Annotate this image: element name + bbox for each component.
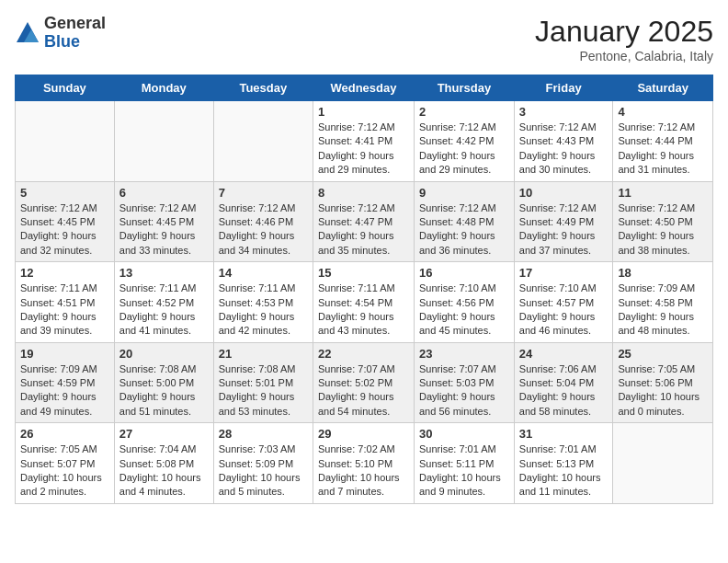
- logo-general: General: [44, 15, 106, 33]
- day-number: 18: [618, 266, 708, 280]
- day-info: Sunrise: 7:12 AM Sunset: 4:47 PM Dayligh…: [318, 201, 409, 259]
- location: Pentone, Calabria, Italy: [535, 49, 713, 63]
- day-info: Sunrise: 7:11 AM Sunset: 4:51 PM Dayligh…: [20, 282, 109, 339]
- day-number: 14: [219, 266, 308, 280]
- day-number: 6: [119, 186, 209, 200]
- day-info: Sunrise: 7:12 AM Sunset: 4:50 PM Dayligh…: [618, 201, 708, 259]
- day-number: 30: [419, 427, 509, 441]
- day-number: 26: [20, 427, 109, 441]
- calendar-cell: 4Sunrise: 7:12 AM Sunset: 4:44 PM Daylig…: [613, 101, 713, 182]
- day-number: 4: [618, 105, 708, 119]
- weekday-header: Wednesday: [313, 75, 414, 101]
- weekday-header: Monday: [114, 75, 213, 101]
- day-number: 24: [519, 347, 609, 361]
- day-info: Sunrise: 7:04 AM Sunset: 5:08 PM Dayligh…: [119, 442, 209, 500]
- day-number: 28: [219, 427, 308, 441]
- day-info: Sunrise: 7:12 AM Sunset: 4:48 PM Dayligh…: [419, 201, 509, 259]
- calendar-cell: 30Sunrise: 7:01 AM Sunset: 5:11 PM Dayli…: [415, 423, 515, 504]
- calendar-cell: 24Sunrise: 7:06 AM Sunset: 5:04 PM Dayli…: [514, 342, 613, 423]
- day-info: Sunrise: 7:09 AM Sunset: 4:59 PM Dayligh…: [20, 362, 109, 419]
- weekday-header: Friday: [514, 75, 613, 101]
- day-info: Sunrise: 7:08 AM Sunset: 5:01 PM Dayligh…: [219, 362, 308, 419]
- day-info: Sunrise: 7:05 AM Sunset: 5:07 PM Dayligh…: [20, 442, 109, 500]
- calendar-week-row: 19Sunrise: 7:09 AM Sunset: 4:59 PM Dayli…: [16, 342, 713, 423]
- calendar-cell: 3Sunrise: 7:12 AM Sunset: 4:43 PM Daylig…: [514, 101, 613, 182]
- day-number: 17: [519, 266, 609, 280]
- calendar-cell: 15Sunrise: 7:11 AM Sunset: 4:54 PM Dayli…: [313, 262, 414, 343]
- calendar-cell: 20Sunrise: 7:08 AM Sunset: 5:00 PM Dayli…: [114, 342, 213, 423]
- day-info: Sunrise: 7:07 AM Sunset: 5:02 PM Dayligh…: [318, 362, 409, 419]
- calendar-cell: 9Sunrise: 7:12 AM Sunset: 4:48 PM Daylig…: [415, 181, 515, 262]
- day-info: Sunrise: 7:02 AM Sunset: 5:10 PM Dayligh…: [318, 442, 409, 500]
- day-number: 2: [419, 105, 509, 119]
- day-info: Sunrise: 7:08 AM Sunset: 5:00 PM Dayligh…: [119, 362, 209, 419]
- day-info: Sunrise: 7:07 AM Sunset: 5:03 PM Dayligh…: [419, 362, 509, 419]
- logo: General Blue: [15, 15, 106, 52]
- calendar-cell: 21Sunrise: 7:08 AM Sunset: 5:01 PM Dayli…: [213, 342, 313, 423]
- day-info: Sunrise: 7:12 AM Sunset: 4:46 PM Dayligh…: [219, 201, 308, 259]
- day-number: 13: [119, 266, 209, 280]
- day-number: 7: [219, 186, 308, 200]
- day-info: Sunrise: 7:03 AM Sunset: 5:09 PM Dayligh…: [219, 442, 308, 500]
- day-info: Sunrise: 7:01 AM Sunset: 5:13 PM Dayligh…: [519, 442, 609, 500]
- day-info: Sunrise: 7:06 AM Sunset: 5:04 PM Dayligh…: [519, 362, 609, 419]
- weekday-header: Saturday: [613, 75, 713, 101]
- day-number: 10: [519, 186, 609, 200]
- day-number: 27: [119, 427, 209, 441]
- day-info: Sunrise: 7:09 AM Sunset: 4:58 PM Dayligh…: [618, 282, 708, 339]
- calendar-cell: [114, 101, 213, 182]
- day-info: Sunrise: 7:12 AM Sunset: 4:49 PM Dayligh…: [519, 201, 609, 259]
- calendar-cell: 12Sunrise: 7:11 AM Sunset: 4:51 PM Dayli…: [16, 262, 115, 343]
- day-info: Sunrise: 7:01 AM Sunset: 5:11 PM Dayligh…: [419, 442, 509, 500]
- day-number: 22: [318, 347, 409, 361]
- day-number: 3: [519, 105, 609, 119]
- calendar-cell: 13Sunrise: 7:11 AM Sunset: 4:52 PM Dayli…: [114, 262, 213, 343]
- weekday-header: Tuesday: [213, 75, 313, 101]
- logo-blue: Blue: [44, 33, 106, 52]
- day-info: Sunrise: 7:10 AM Sunset: 4:57 PM Dayligh…: [519, 282, 609, 339]
- calendar-cell: 16Sunrise: 7:10 AM Sunset: 4:56 PM Dayli…: [415, 262, 515, 343]
- month-title: January 2025: [535, 15, 713, 49]
- calendar-cell: 27Sunrise: 7:04 AM Sunset: 5:08 PM Dayli…: [114, 423, 213, 504]
- calendar-cell: 11Sunrise: 7:12 AM Sunset: 4:50 PM Dayli…: [613, 181, 713, 262]
- calendar-cell: 29Sunrise: 7:02 AM Sunset: 5:10 PM Dayli…: [313, 423, 414, 504]
- calendar-cell: 25Sunrise: 7:05 AM Sunset: 5:06 PM Dayli…: [613, 342, 713, 423]
- day-number: 25: [618, 347, 708, 361]
- day-number: 11: [618, 186, 708, 200]
- calendar-cell: 5Sunrise: 7:12 AM Sunset: 4:45 PM Daylig…: [16, 181, 115, 262]
- day-info: Sunrise: 7:11 AM Sunset: 4:53 PM Dayligh…: [219, 282, 308, 339]
- calendar-cell: 28Sunrise: 7:03 AM Sunset: 5:09 PM Dayli…: [213, 423, 313, 504]
- weekday-header-row: SundayMondayTuesdayWednesdayThursdayFrid…: [16, 75, 713, 101]
- day-info: Sunrise: 7:12 AM Sunset: 4:42 PM Dayligh…: [419, 121, 509, 178]
- weekday-header: Sunday: [16, 75, 115, 101]
- day-number: 12: [20, 266, 109, 280]
- calendar-cell: 31Sunrise: 7:01 AM Sunset: 5:13 PM Dayli…: [514, 423, 613, 504]
- day-number: 31: [519, 427, 609, 441]
- day-info: Sunrise: 7:10 AM Sunset: 4:56 PM Dayligh…: [419, 282, 509, 339]
- calendar-week-row: 5Sunrise: 7:12 AM Sunset: 4:45 PM Daylig…: [16, 181, 713, 262]
- calendar-week-row: 1Sunrise: 7:12 AM Sunset: 4:41 PM Daylig…: [16, 101, 713, 182]
- calendar-week-row: 12Sunrise: 7:11 AM Sunset: 4:51 PM Dayli…: [16, 262, 713, 343]
- day-number: 16: [419, 266, 509, 280]
- calendar: SundayMondayTuesdayWednesdayThursdayFrid…: [15, 75, 713, 504]
- calendar-cell: 8Sunrise: 7:12 AM Sunset: 4:47 PM Daylig…: [313, 181, 414, 262]
- calendar-cell: 14Sunrise: 7:11 AM Sunset: 4:53 PM Dayli…: [213, 262, 313, 343]
- day-info: Sunrise: 7:05 AM Sunset: 5:06 PM Dayligh…: [618, 362, 708, 419]
- day-info: Sunrise: 7:11 AM Sunset: 4:52 PM Dayligh…: [119, 282, 209, 339]
- day-number: 9: [419, 186, 509, 200]
- calendar-cell: 18Sunrise: 7:09 AM Sunset: 4:58 PM Dayli…: [613, 262, 713, 343]
- day-number: 29: [318, 427, 409, 441]
- calendar-cell: 19Sunrise: 7:09 AM Sunset: 4:59 PM Dayli…: [16, 342, 115, 423]
- title-block: January 2025 Pentone, Calabria, Italy: [535, 15, 713, 63]
- day-info: Sunrise: 7:12 AM Sunset: 4:43 PM Dayligh…: [519, 121, 609, 178]
- day-number: 20: [119, 347, 209, 361]
- calendar-cell: [613, 423, 713, 504]
- calendar-cell: [213, 101, 313, 182]
- calendar-cell: 17Sunrise: 7:10 AM Sunset: 4:57 PM Dayli…: [514, 262, 613, 343]
- day-info: Sunrise: 7:12 AM Sunset: 4:41 PM Dayligh…: [318, 121, 409, 178]
- day-number: 19: [20, 347, 109, 361]
- calendar-cell: [16, 101, 115, 182]
- day-info: Sunrise: 7:12 AM Sunset: 4:45 PM Dayligh…: [119, 201, 209, 259]
- day-number: 1: [318, 105, 409, 119]
- day-number: 21: [219, 347, 308, 361]
